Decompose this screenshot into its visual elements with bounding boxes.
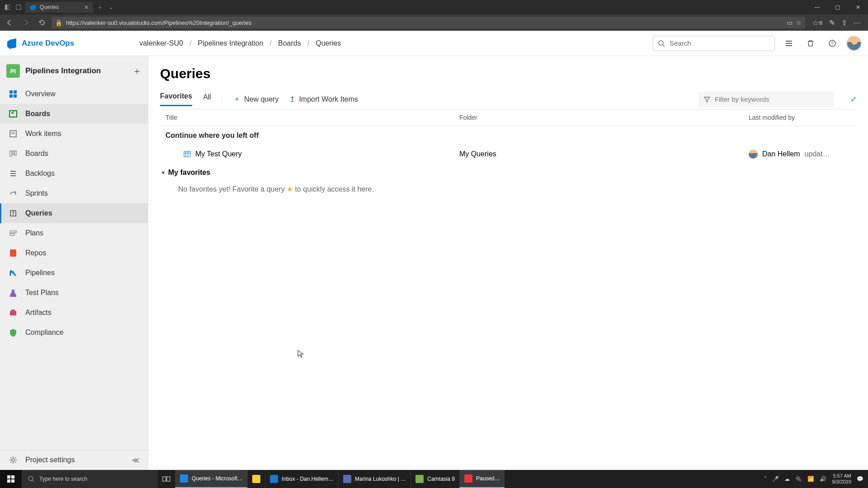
repos-icon — [8, 248, 18, 258]
notifications-icon[interactable]: 💬 — [857, 476, 863, 482]
maximize-button[interactable]: ▢ — [827, 0, 848, 14]
marketplace-icon[interactable] — [803, 36, 818, 51]
tray-mic-icon[interactable]: 🎤 — [772, 476, 779, 482]
taskbar-app[interactable]: Camtasia 9 — [410, 470, 459, 488]
tray-volume-icon[interactable]: 🔊 — [820, 476, 826, 482]
taskbar-search[interactable]: Type here to search — [22, 470, 157, 488]
tab-favorites[interactable]: Favorites — [160, 92, 192, 106]
favorite-icon[interactable]: ☆ — [796, 19, 802, 26]
system-tray[interactable]: ˄ 🎤 ☁ 🔌 📶 🔊 5:57 AM 9/3/2019 💬 — [760, 473, 868, 485]
browser-tab[interactable]: Queries ✕ — [25, 2, 93, 13]
nav-work-items[interactable]: Work items — [0, 124, 148, 144]
work-items-icon — [8, 129, 18, 139]
tray-power-icon[interactable]: 🔌 — [795, 476, 802, 482]
breadcrumb-item[interactable]: Queries — [316, 39, 341, 47]
column-folder[interactable]: Folder — [459, 114, 749, 121]
nav-backlogs[interactable]: Backlogs — [0, 164, 148, 183]
taskbar-app[interactable]: Marina Lukoshko | … — [338, 470, 410, 488]
forward-button[interactable] — [19, 16, 33, 29]
kanban-icon — [8, 149, 18, 159]
taskbar-app[interactable]: Queries - Microsoft… — [175, 470, 247, 488]
taskbar-app-label: Marina Lukoshko | … — [355, 476, 406, 482]
work-items-icon[interactable] — [781, 36, 797, 51]
filter-placeholder: Filter by keywords — [715, 95, 769, 103]
new-tab-icon[interactable]: ＋ — [96, 3, 104, 11]
query-row[interactable]: My Test Query My Queries Dan Hellem upda… — [160, 145, 856, 163]
tray-chevron-icon[interactable]: ˄ — [764, 476, 767, 482]
windows-taskbar: Type here to search Queries - Microsoft…… — [0, 470, 868, 488]
close-window-button[interactable]: ✕ — [848, 0, 868, 14]
search-placeholder: Search — [670, 39, 691, 47]
nav-repos[interactable]: Repos — [0, 243, 148, 263]
close-tab-icon[interactable]: ✕ — [84, 4, 89, 10]
taskbar-search-placeholder: Type here to search — [39, 476, 87, 482]
user-avatar[interactable] — [846, 36, 862, 51]
project-name[interactable]: Pipelines Integration — [25, 66, 127, 75]
compliance-icon — [8, 328, 18, 338]
url-input[interactable]: 🔒 https://valenker-su0.visualstudio.com/… — [52, 17, 805, 28]
nav-sprints[interactable]: Sprints — [0, 183, 148, 203]
favorites-list-icon[interactable]: ☆≡ — [812, 19, 823, 27]
svg-point-31 — [12, 459, 14, 461]
svg-text:?: ? — [12, 211, 14, 216]
more-icon[interactable]: ⋯ — [854, 19, 861, 27]
breadcrumb-item[interactable]: Boards — [278, 39, 301, 47]
svg-rect-14 — [9, 111, 17, 117]
sidebar-toggle-icon[interactable] — [4, 3, 12, 11]
add-project-button[interactable]: ＋ — [132, 65, 142, 77]
tab-menu-icon[interactable]: ⌄ — [107, 3, 115, 11]
import-work-items-button[interactable]: ↥ Import Work Items — [289, 95, 358, 103]
svg-rect-10 — [9, 90, 13, 94]
nav-label: Project settings — [25, 456, 75, 464]
favorites-group[interactable]: ▾ My favorites — [160, 163, 856, 182]
back-button[interactable] — [3, 16, 16, 29]
breadcrumb-item[interactable]: valenker-SU0 — [139, 39, 183, 47]
reading-view-icon[interactable]: ▭ — [787, 19, 793, 26]
start-button[interactable] — [0, 470, 22, 488]
artifacts-icon — [8, 308, 18, 318]
column-modified-by[interactable]: Last modified by — [749, 114, 851, 121]
svg-rect-11 — [14, 90, 17, 94]
taskbar-clock[interactable]: 5:57 AM 9/3/2019 — [832, 473, 851, 485]
empty-fav-pre: No favorites yet! Favorite a query — [178, 185, 287, 193]
nav-project-settings[interactable]: Project settings — [0, 450, 124, 470]
svg-rect-26 — [10, 231, 16, 233]
nav-plans[interactable]: Plans — [0, 223, 148, 243]
global-search-input[interactable]: Search — [653, 36, 775, 51]
svg-rect-37 — [11, 475, 14, 479]
task-view-button[interactable] — [157, 470, 175, 488]
nav-boards-sub[interactable]: Boards — [0, 144, 148, 164]
tray-onedrive-icon[interactable]: ☁ — [784, 476, 790, 482]
notes-icon[interactable]: ✎ — [829, 19, 835, 27]
filter-input[interactable]: Filter by keywords — [698, 92, 834, 107]
tab-all[interactable]: All — [203, 93, 211, 106]
nav-pipelines[interactable]: Pipelines — [0, 263, 148, 283]
tabbar: Favorites All ＋ New query ↥ Import Work … — [160, 89, 856, 109]
svg-rect-29 — [10, 311, 16, 315]
taskbar-app[interactable] — [247, 470, 265, 488]
fullscreen-button[interactable]: ⤢ — [850, 95, 856, 103]
query-folder: My Queries — [459, 150, 749, 158]
star-icon: ★ — [287, 185, 293, 193]
nav-artifacts[interactable]: Artifacts — [0, 303, 148, 323]
share-icon[interactable]: ⇪ — [841, 19, 847, 27]
help-icon[interactable]: ? — [825, 36, 840, 51]
taskbar-app-label: Camtasia 9 — [427, 476, 455, 482]
column-title[interactable]: Title — [165, 114, 459, 121]
nav-queries[interactable]: ? Queries — [0, 203, 148, 223]
breadcrumb-item[interactable]: Pipelines Integration — [198, 39, 264, 47]
nav-test-plans[interactable]: Test Plans — [0, 283, 148, 303]
nav-boards[interactable]: Boards — [0, 104, 148, 124]
taskbar-app[interactable]: Inbox - Dan.Hellem… — [265, 470, 338, 488]
tabs-icon[interactable] — [14, 3, 23, 11]
tray-wifi-icon[interactable]: 📶 — [807, 476, 814, 482]
new-query-button[interactable]: ＋ New query — [233, 94, 278, 104]
nav-overview[interactable]: Overview — [0, 84, 148, 104]
svg-point-3 — [659, 41, 663, 45]
minimize-button[interactable]: — — [807, 0, 827, 14]
product-logo[interactable]: Azure DevOps — [6, 38, 74, 49]
nav-compliance[interactable]: Compliance — [0, 323, 148, 343]
collapse-sidebar-button[interactable]: ≪ — [124, 456, 148, 465]
refresh-button[interactable] — [35, 16, 49, 29]
taskbar-app[interactable]: Paused… — [459, 470, 505, 488]
